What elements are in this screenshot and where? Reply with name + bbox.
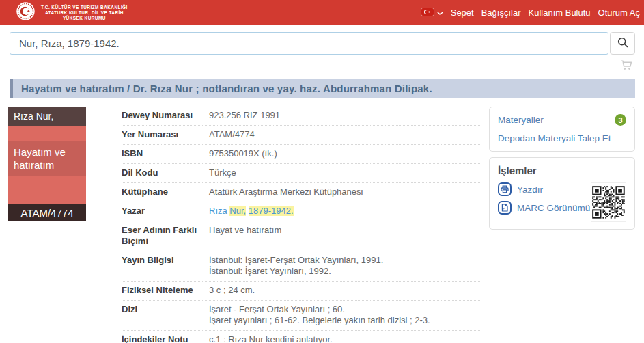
request-from-depot-link[interactable]: Depodan Materyali Talep Et (498, 133, 611, 143)
detail-value: 3 c ; 24 cm. (209, 285, 255, 296)
detail-value-line: Hayat ve hatıratım (209, 225, 281, 236)
detail-value: İşaret - Ferşat Ortak Yayınları ; 60.İşa… (209, 304, 430, 326)
nav-item-cart[interactable]: Sepet (451, 8, 474, 18)
detail-label: ISBN (122, 148, 209, 159)
detail-label: Dil Kodu (122, 167, 209, 178)
detail-value-line: İşaret yayınları ; 61-62. Belgelerle yak… (209, 315, 430, 326)
table-row: İçindekiler Notuc.1 : Rıza Nur kendini a… (122, 331, 481, 343)
brand[interactable]: T.C. KÜLTÜR VE TURİZM BAKANLIĞI ATATÜRK … (16, 2, 128, 23)
detail-value: Türkçe (209, 167, 236, 178)
detail-value-line: 3 c ; 24 cm. (209, 285, 255, 296)
print-button[interactable]: Yazdır (498, 182, 590, 196)
detail-label: Fiziksel Niteleme (122, 285, 209, 296)
search-term-highlight: 1879-1942. (249, 206, 294, 216)
turkish-flag-icon (421, 8, 434, 18)
cover-title: Hayatım ve hatıratım (8, 141, 86, 176)
detail-label: Dizi (122, 304, 209, 326)
author-link[interactable]: Rıza Nur, 1879-1942. (209, 206, 294, 216)
cart-row (0, 55, 644, 79)
table-row: Eser Adının Farklı BiçimiHayat ve hatıra… (122, 221, 481, 251)
details-table: Dewey Numarası923.256 RIZ 1991Yer Numara… (122, 107, 481, 343)
detail-value: Rıza Nur, 1879-1942. (209, 206, 294, 217)
search-bar (10, 32, 635, 55)
materials-row: Materyaller 3 (498, 114, 626, 126)
table-row: YazarRıza Nur, 1879-1942. (122, 202, 481, 221)
right-panel: Materyaller 3 Depodan Materyali Talep Et… (489, 107, 635, 235)
detail-label: Yer Numarası (122, 129, 209, 140)
cover-call-number: ATAM/4774 (8, 204, 86, 221)
table-row: Yer NumarasıATAM/4774 (122, 126, 481, 145)
detail-label: Yazar (122, 206, 209, 217)
table-row: Diziİşaret - Ferşat Ortak Yayınları ; 60… (122, 301, 481, 331)
cover-author: Rıza Nur, (8, 107, 86, 126)
qr-code (591, 182, 626, 222)
detail-label: İçindekiler Notu (122, 334, 209, 343)
detail-value-line: İstanbul: İşaret-Ferşat Ortak Yayınları,… (209, 255, 383, 266)
record-title-banner: Hayatım ve hatıratım / Dr. Rıza Nur ; no… (10, 79, 635, 98)
table-row: ISBN975350019X (tk.) (122, 145, 481, 164)
detail-value-line: İşaret - Ferşat Ortak Yayınları ; 60. (209, 304, 430, 315)
materials-count-badge: 3 (615, 114, 626, 126)
detail-value-line: 975350019X (tk.) (209, 148, 277, 159)
detail-label: Yayın Bilgisi (122, 255, 209, 277)
language-selector[interactable] (421, 8, 443, 18)
search-icon (617, 37, 628, 50)
detail-label: Dewey Numarası (122, 110, 209, 121)
marc-view-label: MARC Görünümü (517, 202, 590, 214)
detail-value-line: Türkçe (209, 167, 236, 178)
detail-value-line: 923.256 RIZ 1991 (209, 110, 280, 121)
record-title: Hayatım ve hatıratım / Dr. Rıza Nur ; no… (21, 83, 432, 94)
table-row: Fiziksel Niteleme3 c ; 24 cm. (122, 282, 481, 301)
brand-text: T.C. KÜLTÜR VE TURİZM BAKANLIĞI ATATÜRK … (41, 5, 128, 21)
detail-value: 923.256 RIZ 1991 (209, 110, 280, 121)
operations-heading: İşlemler (498, 165, 626, 176)
nav-item-login[interactable]: Oturum Aç (598, 8, 640, 18)
operations-panel: İşlemler Yazdır (489, 157, 635, 230)
detail-label: Kütüphane (122, 187, 209, 197)
cart-icon[interactable] (621, 60, 632, 73)
nav-item-usage-cloud[interactable]: Kullanım Bulutu (529, 8, 591, 18)
detail-value-line: İstanbul: İşaret Yayınları, 1992. (209, 266, 383, 277)
search-input[interactable] (10, 32, 608, 55)
app-header: T.C. KÜLTÜR VE TURİZM BAKANLIĞI ATATÜRK … (0, 0, 644, 25)
detail-value: 975350019X (tk.) (209, 148, 277, 159)
printer-icon (498, 182, 512, 196)
detail-value-line: c.1 : Rıza Nur kendini anlatıyor. (209, 334, 481, 343)
materials-panel: Materyaller 3 Depodan Materyali Talep Et (489, 107, 635, 152)
main-content: Rıza Nur, Hayatım ve hatıratım ATAM/4774… (0, 98, 644, 343)
nav-item-donors[interactable]: Bağışçılar (481, 8, 521, 18)
table-row: Dil KoduTürkçe (122, 164, 481, 183)
table-row: Dewey Numarası923.256 RIZ 1991 (122, 107, 481, 126)
marc-document-icon (498, 201, 512, 215)
detail-value: Atatürk Araştırma Merkezi Kütüphanesi (209, 187, 363, 197)
table-row: KütüphaneAtatürk Araştırma Merkezi Kütüp… (122, 183, 481, 202)
institution-emblem-icon (16, 2, 35, 23)
detail-value: Hayat ve hatıratım (209, 225, 281, 247)
table-row: Yayın Bilgisiİstanbul: İşaret-Ferşat Ort… (122, 251, 481, 282)
marc-view-button[interactable]: MARC Görünümü (498, 201, 590, 215)
detail-value-line: Atatürk Araştırma Merkezi Kütüphanesi (209, 187, 363, 197)
header-nav: Sepet Bağışçılar Kullanım Bulutu Oturum … (421, 8, 640, 18)
detail-value: c.1 : Rıza Nur kendini anlatıyor.c.2 Rız… (209, 334, 481, 343)
detail-label: Eser Adının Farklı Biçimi (122, 225, 209, 247)
materials-link[interactable]: Materyaller (498, 114, 544, 126)
detail-value: İstanbul: İşaret-Ferşat Ortak Yayınları,… (209, 255, 383, 277)
detail-value: ATAM/4774 (209, 129, 255, 140)
book-cover: Rıza Nur, Hayatım ve hatıratım ATAM/4774 (8, 107, 86, 221)
search-button[interactable] (610, 32, 635, 55)
print-label: Yazdır (517, 184, 543, 195)
detail-value-line: ATAM/4774 (209, 129, 255, 140)
chevron-down-icon (437, 8, 443, 18)
search-term-highlight: Nur, (229, 206, 246, 216)
